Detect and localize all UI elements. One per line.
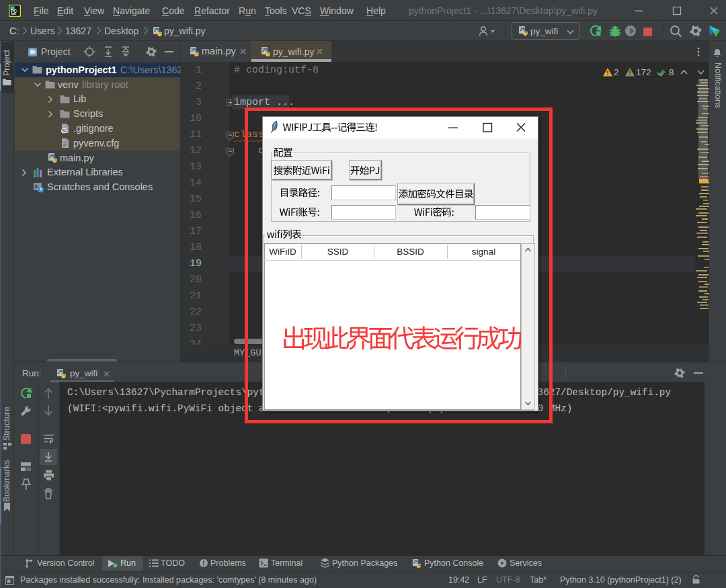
svg-text:PC: PC [11, 9, 17, 13]
